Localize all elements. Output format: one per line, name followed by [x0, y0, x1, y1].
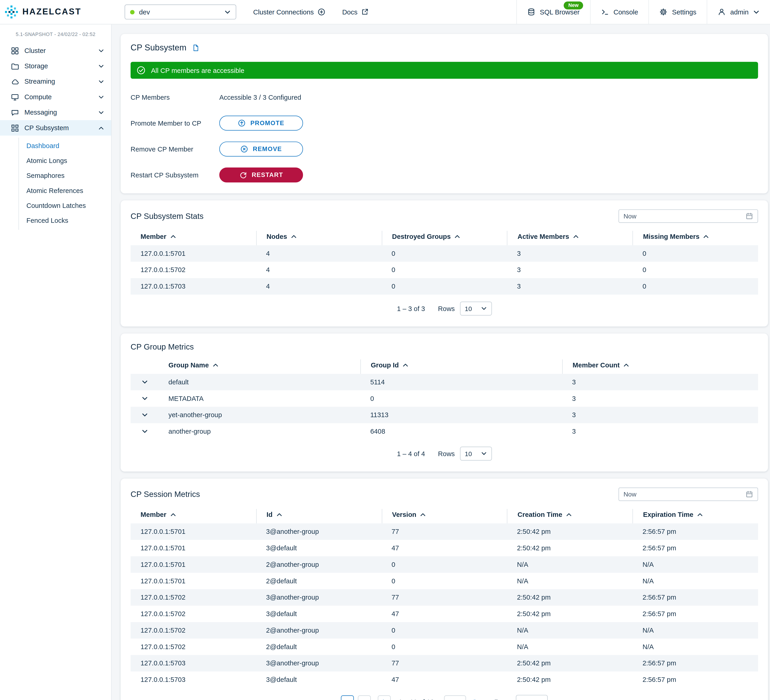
next-page-button[interactable] [378, 695, 391, 700]
sidebar-subitem-fenced-locks[interactable]: Fenced Locks [19, 213, 111, 228]
settings-button[interactable]: Settings [649, 0, 707, 24]
promote-button[interactable]: PROMOTE [219, 116, 303, 131]
column-header-member[interactable]: Member [131, 509, 256, 523]
sidebar-subitem-atomic-references[interactable]: Atomic References [19, 183, 111, 198]
table-cell: 127.0.0.1:5701 [131, 540, 256, 556]
user-menu[interactable]: admin [707, 0, 770, 24]
cp-session-metrics-card: CP Session Metrics Now MemberIdVersionCr… [121, 479, 768, 700]
chevron-down-icon [98, 109, 104, 115]
table-cell: 2:50:42 pm [507, 589, 633, 606]
column-header-id[interactable]: Id [256, 509, 382, 523]
column-header-destroyed-groups[interactable]: Destroyed Groups [382, 231, 507, 245]
stats-date-filter[interactable]: Now [618, 209, 758, 223]
page-button-2[interactable]: 2 [358, 695, 371, 700]
table-cell: N/A [632, 556, 758, 573]
database-icon [527, 8, 535, 16]
chevron-down-icon [141, 428, 148, 434]
sidebar-item-messaging[interactable]: Messaging [0, 105, 111, 120]
table-row: 127.0.0.1:57023@default472:50:42 pm2:56:… [131, 606, 758, 622]
page-button-1[interactable]: 1 [341, 695, 354, 700]
column-header-member-count[interactable]: Member Count [562, 360, 758, 374]
table-cell: yet-another-group [159, 407, 361, 423]
sessions-date-filter[interactable]: Now [618, 488, 758, 501]
brand[interactable]: HAZELCAST [5, 5, 112, 19]
remove-icon [240, 145, 248, 153]
document-icon[interactable] [192, 44, 200, 52]
remove-button[interactable]: REMOVE [219, 142, 303, 157]
column-header-group-id[interactable]: Group Id [360, 360, 562, 374]
table-cell: 47 [382, 671, 507, 688]
sidebar-subitem-atomic-longs[interactable]: Atomic Longs [19, 153, 111, 168]
table-cell: 4 [256, 262, 382, 278]
table-row: 127.0.0.1:57034030 [131, 278, 758, 295]
rows-per-page-value: 10 [465, 305, 472, 313]
chevron-down-icon [98, 48, 104, 53]
promote-label: Promote Member to CP [131, 120, 219, 127]
cp-members-label: CP Members [131, 94, 219, 101]
table-row: 127.0.0.1:57033@default472:50:42 pm2:56:… [131, 671, 758, 688]
sidebar-item-cluster[interactable]: Cluster [0, 43, 111, 58]
column-header-label: Id [267, 511, 272, 519]
docs-link[interactable]: Docs [342, 8, 369, 16]
chevron-down-icon [141, 379, 148, 385]
table-cell: 127.0.0.1:5703 [131, 671, 256, 688]
go-button[interactable]: Go [472, 698, 481, 700]
table-row: 127.0.0.1:57022@default0N/AN/A [131, 638, 758, 655]
rows-per-page-select[interactable]: 10 [516, 695, 548, 700]
table-cell: another-group [159, 423, 361, 440]
table-cell: 2@default [256, 638, 382, 655]
column-header-group-name[interactable]: Group Name [159, 360, 361, 374]
table-cell: 3 [507, 278, 633, 295]
table-cell: 0 [382, 622, 507, 638]
table-cell: METADATA [159, 391, 361, 407]
sidebar-subitem-countdown-latches[interactable]: Countdown Latches [19, 198, 111, 213]
expander-column-header [131, 360, 159, 374]
plus-circle-icon [317, 8, 325, 16]
new-badge: New [564, 2, 583, 10]
sidebar-subitem-semaphores[interactable]: Semaphores [19, 168, 111, 183]
sidebar-item-storage[interactable]: Storage [0, 58, 111, 74]
row-expander-button[interactable] [131, 423, 159, 440]
sidebar-item-compute[interactable]: Compute [0, 89, 111, 105]
rows-per-page-select[interactable]: 10 [460, 301, 492, 316]
table-cell: 127.0.0.1:5702 [131, 589, 256, 606]
table-cell: 0 [632, 245, 758, 262]
row-expander-button[interactable] [131, 374, 159, 391]
column-header-label: Expiration Time [643, 511, 694, 519]
sql-browser-button[interactable]: New SQL Browser [516, 0, 590, 24]
column-header-creation-time[interactable]: Creation Time [507, 509, 633, 523]
column-header-label: Destroyed Groups [392, 233, 451, 240]
row-expander-button[interactable] [131, 391, 159, 407]
sidebar-item-label: CP Subsystem [24, 124, 69, 132]
calendar-icon [746, 212, 753, 220]
folder-icon [11, 62, 19, 70]
restart-button[interactable]: RESTART [219, 168, 303, 182]
settings-label: Settings [672, 8, 696, 16]
sidebar-item-streaming[interactable]: Streaming [0, 74, 111, 89]
cluster-selector[interactable]: dev [125, 5, 236, 19]
header-actions: New SQL Browser Console Settings admin [516, 0, 770, 24]
table-cell: 77 [382, 523, 507, 540]
stats-pagination: 1 – 3 of 3 Rows 10 [131, 301, 758, 316]
column-header-missing-members[interactable]: Missing Members [632, 231, 758, 245]
table-cell: 77 [382, 589, 507, 606]
sort-caret-icon [704, 235, 709, 238]
column-header-active-members[interactable]: Active Members [507, 231, 633, 245]
column-header-expiration-time[interactable]: Expiration Time [632, 509, 758, 523]
rows-per-page-select[interactable]: 10 [460, 447, 492, 461]
column-header-nodes[interactable]: Nodes [256, 231, 382, 245]
cluster-connections-link[interactable]: Cluster Connections [253, 8, 325, 16]
console-button[interactable]: Console [590, 0, 649, 24]
status-banner-text: All CP members are accessible [151, 66, 244, 74]
sidebar-item-cp-subsystem[interactable]: CP Subsystem [0, 120, 111, 136]
sidebar-subitem-dashboard[interactable]: Dashboard [19, 138, 111, 153]
column-header-version[interactable]: Version [382, 509, 507, 523]
sidebar-item-label: Streaming [24, 78, 55, 85]
chevron-down-icon [98, 94, 104, 100]
row-expander-button[interactable] [131, 407, 159, 423]
promote-button-label: PROMOTE [251, 120, 285, 126]
page-number-input[interactable] [444, 695, 466, 700]
column-header-member[interactable]: Member [131, 231, 256, 245]
table-cell: 2:50:42 pm [507, 540, 633, 556]
table-row: default51143 [131, 374, 758, 391]
